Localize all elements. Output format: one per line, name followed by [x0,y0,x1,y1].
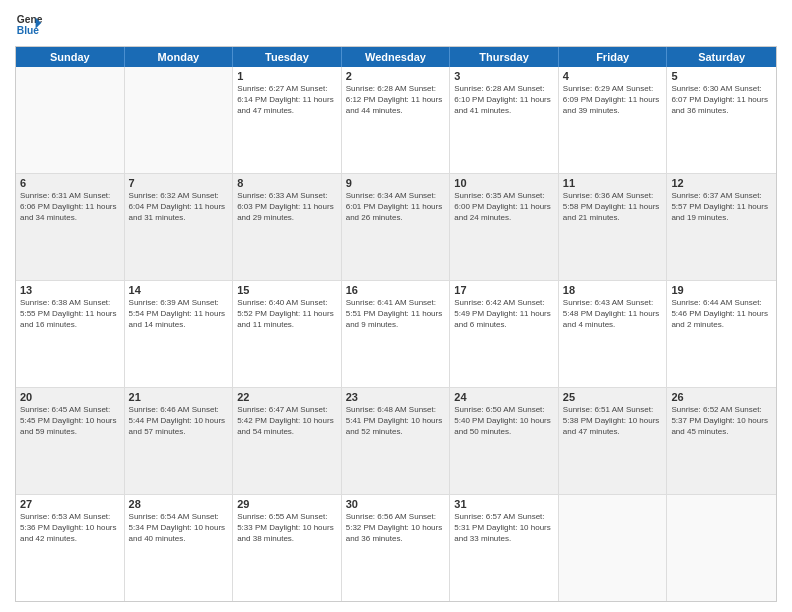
calendar-cell-0-1 [125,67,234,173]
cell-info: Sunrise: 6:30 AM Sunset: 6:07 PM Dayligh… [671,83,772,117]
calendar-cell-0-0 [16,67,125,173]
calendar-cell-1-5: 11Sunrise: 6:36 AM Sunset: 5:58 PM Dayli… [559,174,668,280]
cell-info: Sunrise: 6:39 AM Sunset: 5:54 PM Dayligh… [129,297,229,331]
day-number: 25 [563,391,663,403]
weekday-header-monday: Monday [125,47,234,67]
cell-info: Sunrise: 6:50 AM Sunset: 5:40 PM Dayligh… [454,404,554,438]
logo: General Blue [15,10,47,38]
cell-info: Sunrise: 6:34 AM Sunset: 6:01 PM Dayligh… [346,190,446,224]
calendar-body: 1Sunrise: 6:27 AM Sunset: 6:14 PM Daylig… [16,67,776,601]
calendar-cell-3-2: 22Sunrise: 6:47 AM Sunset: 5:42 PM Dayli… [233,388,342,494]
day-number: 17 [454,284,554,296]
cell-info: Sunrise: 6:41 AM Sunset: 5:51 PM Dayligh… [346,297,446,331]
calendar-cell-0-3: 2Sunrise: 6:28 AM Sunset: 6:12 PM Daylig… [342,67,451,173]
calendar-header: SundayMondayTuesdayWednesdayThursdayFrid… [16,47,776,67]
calendar-cell-2-1: 14Sunrise: 6:39 AM Sunset: 5:54 PM Dayli… [125,281,234,387]
calendar-cell-1-3: 9Sunrise: 6:34 AM Sunset: 6:01 PM Daylig… [342,174,451,280]
day-number: 1 [237,70,337,82]
day-number: 26 [671,391,772,403]
calendar-cell-2-6: 19Sunrise: 6:44 AM Sunset: 5:46 PM Dayli… [667,281,776,387]
calendar-cell-2-4: 17Sunrise: 6:42 AM Sunset: 5:49 PM Dayli… [450,281,559,387]
weekday-header-thursday: Thursday [450,47,559,67]
cell-info: Sunrise: 6:46 AM Sunset: 5:44 PM Dayligh… [129,404,229,438]
cell-info: Sunrise: 6:53 AM Sunset: 5:36 PM Dayligh… [20,511,120,545]
cell-info: Sunrise: 6:48 AM Sunset: 5:41 PM Dayligh… [346,404,446,438]
calendar-cell-4-0: 27Sunrise: 6:53 AM Sunset: 5:36 PM Dayli… [16,495,125,601]
cell-info: Sunrise: 6:44 AM Sunset: 5:46 PM Dayligh… [671,297,772,331]
cell-info: Sunrise: 6:38 AM Sunset: 5:55 PM Dayligh… [20,297,120,331]
calendar-cell-4-1: 28Sunrise: 6:54 AM Sunset: 5:34 PM Dayli… [125,495,234,601]
calendar-cell-4-3: 30Sunrise: 6:56 AM Sunset: 5:32 PM Dayli… [342,495,451,601]
calendar-cell-3-0: 20Sunrise: 6:45 AM Sunset: 5:45 PM Dayli… [16,388,125,494]
cell-info: Sunrise: 6:52 AM Sunset: 5:37 PM Dayligh… [671,404,772,438]
cell-info: Sunrise: 6:43 AM Sunset: 5:48 PM Dayligh… [563,297,663,331]
cell-info: Sunrise: 6:28 AM Sunset: 6:12 PM Dayligh… [346,83,446,117]
day-number: 10 [454,177,554,189]
calendar-cell-3-6: 26Sunrise: 6:52 AM Sunset: 5:37 PM Dayli… [667,388,776,494]
calendar: SundayMondayTuesdayWednesdayThursdayFrid… [15,46,777,602]
calendar-cell-1-1: 7Sunrise: 6:32 AM Sunset: 6:04 PM Daylig… [125,174,234,280]
cell-info: Sunrise: 6:32 AM Sunset: 6:04 PM Dayligh… [129,190,229,224]
calendar-cell-3-5: 25Sunrise: 6:51 AM Sunset: 5:38 PM Dayli… [559,388,668,494]
day-number: 15 [237,284,337,296]
day-number: 23 [346,391,446,403]
page: General Blue SundayMondayTuesdayWednesda… [0,0,792,612]
weekday-header-saturday: Saturday [667,47,776,67]
cell-info: Sunrise: 6:42 AM Sunset: 5:49 PM Dayligh… [454,297,554,331]
day-number: 7 [129,177,229,189]
weekday-header-tuesday: Tuesday [233,47,342,67]
day-number: 9 [346,177,446,189]
calendar-cell-0-6: 5Sunrise: 6:30 AM Sunset: 6:07 PM Daylig… [667,67,776,173]
day-number: 20 [20,391,120,403]
cell-info: Sunrise: 6:36 AM Sunset: 5:58 PM Dayligh… [563,190,663,224]
weekday-header-sunday: Sunday [16,47,125,67]
day-number: 31 [454,498,554,510]
calendar-cell-4-6 [667,495,776,601]
day-number: 27 [20,498,120,510]
cell-info: Sunrise: 6:56 AM Sunset: 5:32 PM Dayligh… [346,511,446,545]
cell-info: Sunrise: 6:29 AM Sunset: 6:09 PM Dayligh… [563,83,663,117]
calendar-cell-1-0: 6Sunrise: 6:31 AM Sunset: 6:06 PM Daylig… [16,174,125,280]
calendar-cell-1-2: 8Sunrise: 6:33 AM Sunset: 6:03 PM Daylig… [233,174,342,280]
cell-info: Sunrise: 6:54 AM Sunset: 5:34 PM Dayligh… [129,511,229,545]
calendar-row-2: 13Sunrise: 6:38 AM Sunset: 5:55 PM Dayli… [16,281,776,388]
day-number: 4 [563,70,663,82]
cell-info: Sunrise: 6:37 AM Sunset: 5:57 PM Dayligh… [671,190,772,224]
calendar-cell-1-6: 12Sunrise: 6:37 AM Sunset: 5:57 PM Dayli… [667,174,776,280]
calendar-row-1: 6Sunrise: 6:31 AM Sunset: 6:06 PM Daylig… [16,174,776,281]
calendar-row-0: 1Sunrise: 6:27 AM Sunset: 6:14 PM Daylig… [16,67,776,174]
day-number: 24 [454,391,554,403]
calendar-cell-1-4: 10Sunrise: 6:35 AM Sunset: 6:00 PM Dayli… [450,174,559,280]
calendar-cell-0-5: 4Sunrise: 6:29 AM Sunset: 6:09 PM Daylig… [559,67,668,173]
cell-info: Sunrise: 6:40 AM Sunset: 5:52 PM Dayligh… [237,297,337,331]
calendar-cell-4-5 [559,495,668,601]
day-number: 6 [20,177,120,189]
day-number: 14 [129,284,229,296]
cell-info: Sunrise: 6:35 AM Sunset: 6:00 PM Dayligh… [454,190,554,224]
day-number: 12 [671,177,772,189]
header: General Blue [15,10,777,38]
calendar-cell-3-1: 21Sunrise: 6:46 AM Sunset: 5:44 PM Dayli… [125,388,234,494]
calendar-cell-3-4: 24Sunrise: 6:50 AM Sunset: 5:40 PM Dayli… [450,388,559,494]
calendar-row-3: 20Sunrise: 6:45 AM Sunset: 5:45 PM Dayli… [16,388,776,495]
calendar-cell-3-3: 23Sunrise: 6:48 AM Sunset: 5:41 PM Dayli… [342,388,451,494]
calendar-cell-4-4: 31Sunrise: 6:57 AM Sunset: 5:31 PM Dayli… [450,495,559,601]
cell-info: Sunrise: 6:31 AM Sunset: 6:06 PM Dayligh… [20,190,120,224]
cell-info: Sunrise: 6:45 AM Sunset: 5:45 PM Dayligh… [20,404,120,438]
weekday-header-wednesday: Wednesday [342,47,451,67]
cell-info: Sunrise: 6:55 AM Sunset: 5:33 PM Dayligh… [237,511,337,545]
cell-info: Sunrise: 6:28 AM Sunset: 6:10 PM Dayligh… [454,83,554,117]
day-number: 5 [671,70,772,82]
cell-info: Sunrise: 6:51 AM Sunset: 5:38 PM Dayligh… [563,404,663,438]
day-number: 19 [671,284,772,296]
weekday-header-friday: Friday [559,47,668,67]
day-number: 29 [237,498,337,510]
day-number: 13 [20,284,120,296]
day-number: 2 [346,70,446,82]
day-number: 28 [129,498,229,510]
calendar-cell-2-0: 13Sunrise: 6:38 AM Sunset: 5:55 PM Dayli… [16,281,125,387]
day-number: 16 [346,284,446,296]
day-number: 3 [454,70,554,82]
calendar-cell-2-2: 15Sunrise: 6:40 AM Sunset: 5:52 PM Dayli… [233,281,342,387]
calendar-cell-2-3: 16Sunrise: 6:41 AM Sunset: 5:51 PM Dayli… [342,281,451,387]
